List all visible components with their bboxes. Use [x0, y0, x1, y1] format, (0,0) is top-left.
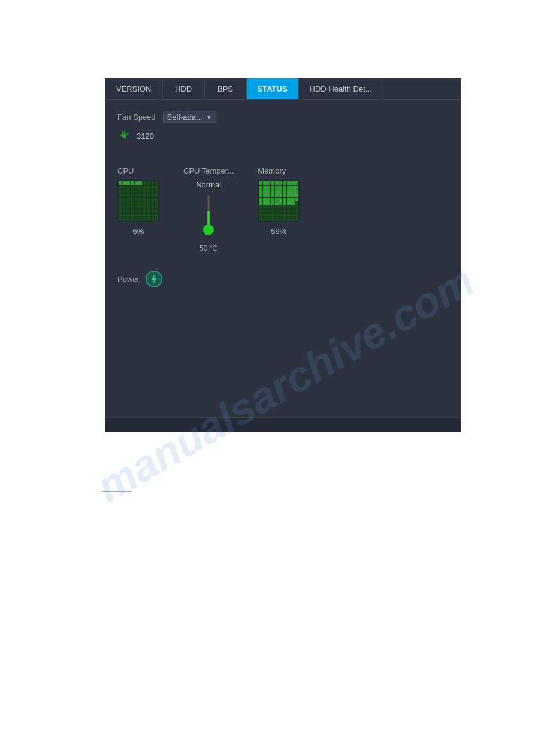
- fan-speed-row: Fan Speed Self-ada... ▼: [117, 111, 449, 123]
- cpu-grid: [117, 180, 159, 222]
- thermo-temp: 50 °C: [200, 244, 217, 253]
- cpu-block: CPU 6%: [117, 166, 159, 236]
- cpu-temp-block: CPU Temper... Normal: [183, 166, 234, 253]
- memory-label: Memory: [258, 166, 286, 175]
- fan-rpm-row: 3120: [117, 129, 449, 142]
- tab-status[interactable]: STATUS: [247, 78, 299, 99]
- power-label: Power: [117, 275, 140, 284]
- fan-rpm-value: 3120: [137, 132, 154, 141]
- cpu-label: CPU: [117, 166, 134, 175]
- cpu-percent: 6%: [133, 227, 144, 236]
- svg-point-3: [203, 224, 214, 235]
- svg-rect-4: [208, 196, 209, 224]
- fan-speed-value: Self-ada...: [167, 113, 202, 122]
- tab-bar: VERSION HDD BPS STATUS HDD Health Det...: [105, 78, 461, 100]
- memory-block: Memory 59%: [258, 166, 300, 236]
- stats-row: CPU 6% CPU Temper... Normal: [117, 166, 449, 253]
- tab-version[interactable]: VERSION: [105, 78, 163, 99]
- thermo-visual: Normal 50 °C: [196, 180, 221, 253]
- power-row: Power: [117, 271, 449, 287]
- thermometer-icon: [200, 193, 217, 241]
- chevron-down-icon: ▼: [206, 114, 212, 120]
- power-icon: [146, 271, 162, 287]
- page-wrapper: manualsarchive.com VERSION HDD BPS STATU…: [0, 0, 535, 756]
- cpu-temp-label: CPU Temper...: [183, 166, 234, 175]
- memory-percent: 59%: [271, 227, 286, 236]
- fan-speed-dropdown[interactable]: Self-ada... ▼: [163, 111, 216, 123]
- thermo-status: Normal: [196, 180, 221, 189]
- memory-grid: [258, 180, 300, 222]
- tab-hdd-health[interactable]: HDD Health Det...: [299, 78, 383, 99]
- fan-speed-label: Fan Speed: [117, 113, 156, 122]
- bottom-bar: [105, 417, 461, 432]
- page-rule: [102, 491, 132, 492]
- main-panel: VERSION HDD BPS STATUS HDD Health Det...…: [105, 78, 461, 432]
- tab-bps[interactable]: BPS: [205, 78, 247, 99]
- tab-hdd[interactable]: HDD: [163, 78, 205, 99]
- fan-icon: [117, 129, 131, 142]
- panel-body: Fan Speed Self-ada... ▼ 3120: [105, 100, 461, 417]
